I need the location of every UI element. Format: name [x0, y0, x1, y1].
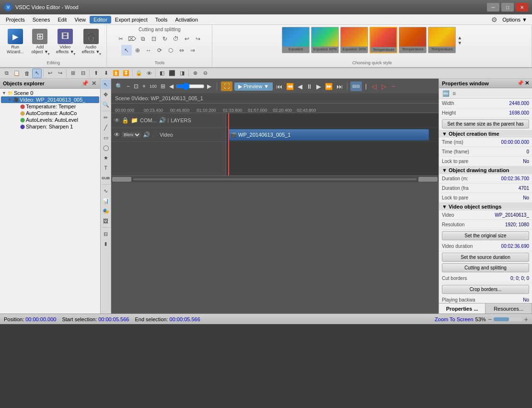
redo-btn[interactable]: ↪ — [193, 34, 203, 44]
settings-icon[interactable]: ⚙ — [491, 16, 497, 23]
section-drawing-duration[interactable]: ▼ Object drawing duration — [439, 166, 532, 174]
lt-chart[interactable]: 📊 — [101, 196, 111, 206]
close-prop-icon[interactable]: ✕ — [525, 80, 529, 86]
copy-btn[interactable]: ⧉ — [138, 34, 148, 44]
lt-move-vert[interactable]: ⬍ — [101, 239, 111, 249]
video-track-row[interactable]: 🎬 WP_20140613_005_1 — [226, 128, 439, 142]
zoom-minus-status-btn[interactable]: − — [488, 315, 492, 323]
tree-temp[interactable]: ⬤ Temperature: Temper — [1, 103, 99, 110]
tree-autocontrast[interactable]: ⬤ AutoContrast: AutoCo — [1, 110, 99, 117]
menu-tools[interactable]: Tools — [151, 16, 172, 23]
original-size-btn[interactable]: Set the original size — [442, 231, 529, 240]
zoom-plus-btn[interactable]: + — [141, 82, 147, 90]
section-creation-time[interactable]: ▼ Object creation time — [439, 130, 532, 138]
options-btn[interactable]: Options ▼ — [499, 16, 530, 23]
vol2-icon[interactable]: 🔊 — [143, 131, 150, 138]
menu-edit[interactable]: Edit — [54, 16, 70, 23]
tb-ungroup[interactable]: ⊟ — [78, 69, 88, 78]
maximize-btn[interactable]: □ — [501, 3, 514, 12]
prev-frame-btn[interactable]: ◀ — [296, 82, 304, 91]
lt-ellipse[interactable]: ◯ — [101, 143, 111, 152]
tb-top[interactable]: ⏫ — [111, 69, 121, 78]
zoom-frame-btn[interactable]: ⊞ — [159, 82, 167, 90]
undo-btn[interactable]: ↩ — [182, 34, 192, 44]
tb-copy[interactable]: ⧉ — [2, 69, 12, 78]
scroll-thumb-right[interactable] — [418, 177, 438, 182]
audio-effects-btn[interactable]: 🎧 Audioeffects ▼ — [79, 27, 103, 57]
lt-move[interactable]: ✥ — [101, 90, 111, 99]
run-wizard-btn[interactable]: ▶ RunWizard... — [4, 27, 27, 57]
zoom-100-btn[interactable]: 100 — [148, 83, 158, 89]
blend-select[interactable]: Blend — [122, 132, 141, 138]
thumb-temperature1[interactable]: Temperature — [370, 27, 397, 53]
lt-figure[interactable]: 🎭 — [101, 206, 111, 216]
tb-delete[interactable]: 🗑 — [22, 69, 32, 78]
deform-btn[interactable]: ⬡ — [165, 45, 176, 56]
video-effects-btn[interactable]: 🎞 Videoeffects ▼ — [53, 27, 77, 57]
tb-align-right[interactable]: ◨ — [177, 69, 187, 78]
tb-align-center[interactable]: ⬛ — [167, 69, 177, 78]
cut-btn[interactable]: ⌦ — [127, 34, 137, 44]
tb-eye[interactable]: 👁 — [144, 69, 154, 78]
split-btn[interactable]: ⇔ — [176, 45, 187, 56]
rotate2-btn[interactable]: ⟳ — [154, 45, 165, 56]
preview-mode-btn[interactable]: ⛶ — [221, 82, 232, 91]
minus-btn[interactable]: − — [390, 82, 396, 90]
tb-undo[interactable]: ↩ — [45, 69, 55, 78]
step-fwd-btn[interactable]: ⏩ — [324, 82, 334, 91]
properties-tab[interactable]: Properties ... — [439, 303, 486, 314]
thumb-temperature2[interactable]: Temperature — [399, 27, 427, 53]
marker-btn[interactable]: | — [364, 83, 368, 90]
tree-sharpen[interactable]: ⬤ Sharpen: Sharpen 1 — [1, 123, 99, 130]
sort-cat-icon[interactable]: ≡ — [451, 90, 457, 97]
lt-timeline-markers[interactable]: ⊟ — [101, 229, 111, 239]
move-btn[interactable]: ⊕ — [132, 45, 143, 56]
cutting-splitting-btn[interactable]: Cutting and splitting — [442, 263, 529, 272]
next-frame-btn[interactable]: ▶ — [315, 82, 323, 91]
close-panel-icon[interactable]: ✕ — [91, 80, 97, 87]
tree-scene0[interactable]: ▼ 📁 Scene 0 — [1, 90, 99, 96]
scroll-right-icon[interactable]: ▶ — [206, 82, 213, 90]
menu-activation[interactable]: Activation — [171, 16, 202, 23]
scroll-left-icon[interactable]: ◀ — [168, 82, 175, 90]
tb-bottom[interactable]: ⏬ — [121, 69, 131, 78]
crop-borders-btn[interactable]: Crop borders... — [442, 285, 529, 294]
view-mode-btn[interactable]: ⊟⊟ — [350, 82, 362, 91]
tb-select[interactable]: ↖ — [32, 69, 42, 78]
menu-view[interactable]: View — [70, 16, 90, 23]
lt-bezier[interactable]: ∿ — [101, 186, 111, 196]
same-size-btn[interactable]: Set the same size as the parent has — [442, 119, 529, 128]
timeline-scrollbar[interactable] — [111, 175, 439, 182]
lt-subtitle[interactable]: SUB — [101, 173, 111, 183]
tb-up[interactable]: ⬆ — [91, 69, 101, 78]
section-video-settings[interactable]: ▼ Video object settings — [439, 203, 532, 210]
minimize-btn[interactable]: ─ — [487, 3, 499, 12]
rotate-btn[interactable]: ↻ — [160, 34, 170, 44]
vol-icon[interactable]: 🔊 — [159, 117, 166, 124]
zoom-slider[interactable] — [176, 84, 205, 89]
select-btn[interactable]: ↖ — [121, 45, 132, 56]
zoom-fit-btn[interactable]: ⊡ — [132, 82, 140, 90]
scissors-btn[interactable]: ✂ — [116, 34, 126, 44]
tb-lock[interactable]: 🔒 — [134, 69, 144, 78]
zoom-plus-status-btn[interactable]: + — [524, 315, 528, 323]
tb-zoom-in[interactable]: ⊕ — [190, 69, 200, 78]
zoom-to-screen-label[interactable]: Zoom To Screen — [435, 316, 474, 322]
lt-line[interactable]: ╱ — [101, 123, 111, 132]
lt-zoom[interactable]: 🔍 — [101, 100, 111, 109]
go-to-start-btn[interactable]: ⏮ — [275, 82, 284, 91]
pin-icon[interactable]: 📌 — [81, 80, 90, 87]
video-clip[interactable]: 🎬 WP_20140613_005_1 — [228, 129, 429, 140]
play-pause-btn[interactable]: ⏸ — [305, 82, 314, 91]
tree-video1[interactable]: ▼ 🎥 Video: WP_20140613_005_ — [1, 96, 99, 103]
sort-alpha-icon[interactable]: 🔤 — [441, 90, 451, 97]
lt-star[interactable]: ★ — [101, 153, 111, 163]
thumb-equalize[interactable]: Equalize — [282, 27, 310, 53]
thumb-equalize30[interactable]: Equalize 30% — [340, 27, 368, 53]
tb-zoom-out[interactable]: ⊖ — [200, 69, 210, 78]
zoom-minus-btn[interactable]: − — [125, 82, 131, 90]
lt-arrow[interactable]: ↖ — [101, 80, 111, 89]
thumb-equalize60[interactable]: Equalize 60% — [311, 27, 339, 53]
eye2-icon[interactable]: 👁 — [114, 131, 120, 138]
lt-pen[interactable]: ✏ — [101, 113, 111, 122]
